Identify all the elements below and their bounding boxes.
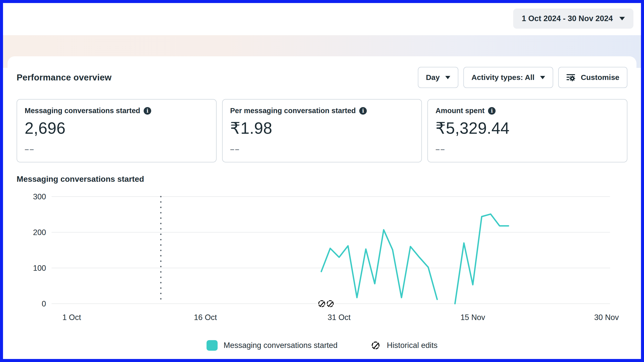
card-header: Performance overview Day Activity types:… (17, 67, 627, 88)
historical-edits-icon (325, 299, 335, 309)
info-icon[interactable]: i (488, 107, 496, 115)
granularity-dropdown[interactable]: Day (418, 67, 458, 88)
series-swatch-icon (207, 340, 218, 351)
series-line (321, 230, 437, 299)
y-tick-label: 300 (33, 192, 46, 201)
date-range-selector[interactable]: 1 Oct 2024 - 30 Nov 2024 (513, 9, 633, 29)
y-tick-label: 200 (33, 228, 46, 237)
legend-series-label: Messaging conversations started (224, 341, 338, 350)
metric-value: 2,696 (25, 119, 209, 138)
chevron-down-icon (619, 17, 625, 20)
x-tick-label: 15 Nov (460, 313, 485, 322)
top-bar: 1 Oct 2024 - 30 Nov 2024 (3, 3, 641, 35)
metric-label: Amount spent (435, 107, 485, 115)
metric-card-amount-spent: Amount spent i ₹5,329.44 –– (427, 99, 627, 162)
historical-edits-icon (370, 340, 381, 351)
chevron-down-icon (540, 76, 545, 79)
legend-item-series: Messaging conversations started (207, 340, 338, 351)
y-tick-label: 100 (33, 264, 46, 273)
chart-legend: Messaging conversations started Historic… (17, 340, 627, 351)
x-tick-label: 31 Oct (328, 313, 351, 322)
metric-label: Per messaging conversation started (230, 107, 356, 115)
activity-types-dropdown[interactable]: Activity types: All (463, 67, 553, 88)
metric-cards-row: Messaging conversations started i 2,696 … (17, 99, 627, 162)
activity-types-label: Activity types: All (471, 73, 535, 82)
chevron-down-icon (445, 76, 450, 79)
page-title: Performance overview (17, 72, 112, 82)
customise-sliders-gear-icon (566, 73, 575, 81)
x-tick-label: 30 Nov (594, 313, 619, 322)
y-tick-label: 0 (42, 299, 46, 308)
legend-edits-label: Historical edits (387, 341, 438, 350)
date-range-label: 1 Oct 2024 - 30 Nov 2024 (522, 14, 613, 23)
metric-card-conversations: Messaging conversations started i 2,696 … (17, 99, 217, 162)
metric-label: Messaging conversations started (25, 107, 140, 115)
legend-item-historical-edits: Historical edits (370, 340, 438, 351)
metric-delta: –– (230, 145, 414, 154)
series-line (455, 214, 509, 304)
metric-value: ₹1.98 (230, 119, 414, 138)
chart-title: Messaging conversations started (17, 174, 627, 184)
performance-line-chart[interactable]: 01002003001 Oct16 Oct31 Oct15 Nov30 Nov (13, 187, 627, 338)
granularity-label: Day (426, 73, 440, 82)
x-tick-label: 16 Oct (194, 313, 217, 322)
metric-value: ₹5,329.44 (435, 119, 619, 138)
metric-delta: –– (435, 145, 619, 154)
toolbar: Day Activity types: All (418, 67, 627, 88)
customise-label: Customise (581, 73, 619, 82)
customise-button[interactable]: Customise (558, 67, 627, 88)
performance-overview-card: Performance overview Day Activity types:… (8, 56, 636, 359)
info-icon[interactable]: i (144, 107, 151, 115)
info-icon[interactable]: i (359, 107, 367, 115)
metric-delta: –– (25, 145, 209, 154)
metric-card-cost-per-conversation: Per messaging conversation started i ₹1.… (222, 99, 422, 162)
x-tick-label: 1 Oct (62, 313, 81, 322)
